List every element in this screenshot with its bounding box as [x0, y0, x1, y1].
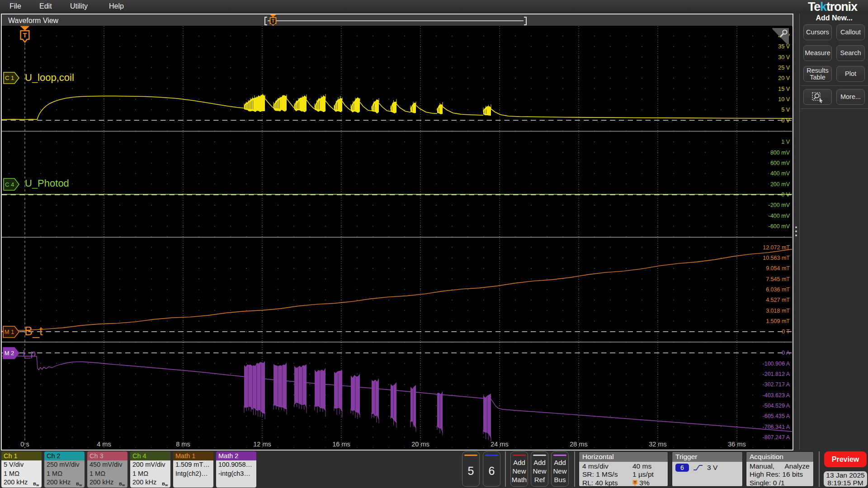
svg-text:B_t: B_t [24, 324, 43, 338]
svg-text:12 ms: 12 ms [253, 441, 271, 448]
svg-text:200 mV: 200 mV [770, 181, 790, 188]
svg-text:8 ms: 8 ms [176, 441, 190, 448]
svg-text:-100.906 A: -100.906 A [763, 361, 790, 367]
svg-text:1 V: 1 V [781, 139, 790, 145]
svg-text:24 ms: 24 ms [491, 441, 509, 448]
svg-text:16 ms: 16 ms [332, 441, 350, 448]
svg-text:10 V: 10 V [778, 96, 790, 103]
svg-text:20 ms: 20 ms [411, 441, 429, 448]
svg-text:1.509 mT: 1.509 mT [766, 318, 790, 324]
svg-text:-400 mV: -400 mV [769, 213, 790, 219]
svg-text:M 2: M 2 [5, 350, 14, 357]
svg-text:20 V: 20 V [778, 75, 790, 81]
svg-text:10.563 mT: 10.563 mT [763, 255, 790, 261]
svg-text:M 1: M 1 [5, 328, 14, 335]
svg-text:-605.435 A: -605.435 A [763, 413, 790, 419]
svg-text:5 V: 5 V [781, 107, 790, 113]
svg-text:C 1: C 1 [5, 75, 14, 81]
svg-text:I_p: I_p [23, 348, 36, 359]
svg-text:0 V: 0 V [781, 117, 790, 124]
svg-text:-807.247 A: -807.247 A [763, 434, 790, 441]
svg-text:32 ms: 32 ms [649, 441, 667, 448]
svg-text:U_Photod: U_Photod [25, 178, 69, 189]
svg-text:T: T [634, 480, 636, 484]
svg-text:600 mV: 600 mV [770, 160, 790, 166]
svg-text:0 A: 0 A [782, 350, 790, 356]
svg-text:4 ms: 4 ms [97, 441, 111, 448]
svg-text:6.036 mT: 6.036 mT [766, 286, 790, 293]
svg-text:30 V: 30 V [778, 54, 790, 61]
svg-text:C 4: C 4 [5, 181, 14, 188]
svg-text:T: T [272, 18, 275, 23]
svg-text:7.545 mT: 7.545 mT [766, 276, 790, 282]
svg-text:28 ms: 28 ms [570, 441, 588, 448]
svg-text:-201.812 A: -201.812 A [763, 371, 790, 377]
svg-text:25 V: 25 V [778, 65, 790, 71]
svg-text:0 T: 0 T [782, 328, 790, 335]
svg-text:0 V: 0 V [781, 192, 790, 198]
svg-text:-706.341 A: -706.341 A [763, 424, 790, 430]
svg-text:4.527 mT: 4.527 mT [766, 297, 790, 303]
svg-text:-600 mV: -600 mV [769, 223, 790, 230]
svg-text:-403.623 A: -403.623 A [763, 392, 790, 399]
svg-text:0 s: 0 s [20, 441, 29, 448]
svg-text:15 V: 15 V [778, 86, 790, 92]
svg-text:9.054 mT: 9.054 mT [766, 265, 790, 272]
svg-text:-200 mV: -200 mV [769, 202, 790, 208]
svg-text:U_loop,coil: U_loop,coil [25, 72, 74, 83]
svg-text:3.018 mT: 3.018 mT [766, 308, 790, 314]
svg-text:T: T [23, 32, 27, 39]
svg-text:36 ms: 36 ms [728, 441, 746, 448]
svg-text:-504.529 A: -504.529 A [763, 403, 790, 409]
svg-text:400 mV: 400 mV [770, 170, 790, 177]
svg-text:800 mV: 800 mV [770, 150, 790, 156]
svg-text:12.072 mT: 12.072 mT [763, 244, 790, 251]
svg-text:-302.717 A: -302.717 A [763, 381, 790, 388]
